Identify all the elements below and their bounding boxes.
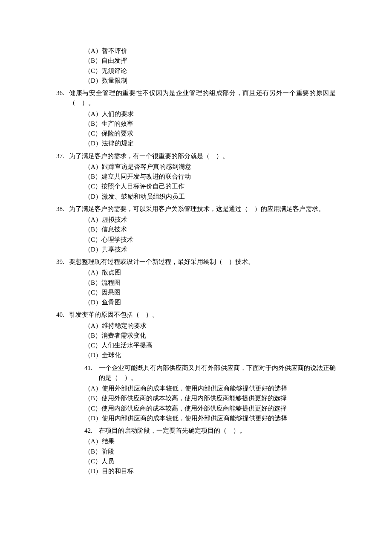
question-stem: 40. 引发变革的原因不包括（ ）。 [56,310,336,320]
question-number: 38. [56,204,69,214]
question-stem: 39. 要想整理现有过程或设计一个新过程，最好采用绘制（ ）技术。 [56,257,336,267]
question-38: 38. 为了满足客户的需要，可以采用客户关系管理技术，这是通过（ ）的应用满足客… [56,204,336,254]
question-number: 41. [84,363,97,383]
option: （A）暂不评价 [84,46,336,56]
question-42: 42. 在项目的启动阶段，一定要首先确定项目的（ ）。 （A）结果 （B）阶段 … [56,426,336,476]
options-list: （A）结果 （B）阶段 （C）人员 （D）目的和目标 [84,436,336,476]
question-stem: 38. 为了满足客户的需要，可以采用客户关系管理技术，这是通过（ ）的应用满足客… [56,204,336,214]
option: （D）数量限制 [84,76,336,86]
option: （D）鱼骨图 [84,298,336,307]
option: （D）全球化 [84,350,336,360]
option: （C）按照个人目标评价自己的工作 [84,182,336,191]
question-stem: 36. 健康与安全管理的重要性不仅因为是企业管理的组成部分，而且还有另外一个重要… [56,88,336,108]
option: （B）消费者需求变化 [84,331,336,341]
question-41: 41. 一个企业可能既具有内部供应商又具有外部供应商，下面对于内外供应商的说法正… [56,363,336,424]
option: （D）激发、鼓励和动员组织内员工 [84,192,336,202]
option: （A）人们的要求 [84,109,336,119]
option: （A）维持稳定的要求 [84,321,336,331]
question-number: 36. [56,88,69,108]
options-list: （A）散点图 （B）流程图 （C）因果图 （D）鱼骨图 [56,268,336,307]
option: （B）阶段 [84,447,336,457]
options-list: （A）虚拟技术 （B）信息技术 （C）心理学技术 （D）共享技术 [56,215,336,254]
question-39: 39. 要想整理现有过程或设计一个新过程，最好采用绘制（ ）技术。 （A）散点图… [56,257,336,307]
option: （D）目的和目标 [84,466,336,476]
question-40: 40. 引发变革的原因不包括（ ）。 （A）维持稳定的要求 （B）消费者需求变化… [56,310,336,360]
option: （C）因果图 [84,288,336,298]
question-number: 42. [84,426,97,436]
question-number: 40. [56,310,69,320]
question-text: 一个企业可能既具有内部供应商又具有外部供应商，下面对于内外供应商的说法正确的是（… [97,363,336,383]
question-number: 39. [56,257,69,267]
option: （B）流程图 [84,278,336,288]
question-text: 健康与安全管理的重要性不仅因为是企业管理的组成部分，而且还有另外一个重要的原因是… [69,88,336,108]
option: （A）跟踪查访是否客户真的感到满意 [84,162,336,172]
options-list: （A）使用外部供应商的成本较低，使用内部供应商能够提供更好的选择 （B）使用外部… [84,384,336,423]
exam-page: （A）暂不评价 （B）自由发挥 （C）无须评论 （D）数量限制 36. 健康与安… [0,0,392,504]
option: （A）使用外部供应商的成本较低，使用内部供应商能够提供更好的选择 [84,384,336,393]
option: （D）共享技术 [84,245,336,254]
options-list: （A）跟踪查访是否客户真的感到满意 （B）建立共同开发与改进的联合行动 （C）按… [56,162,336,202]
option: （C）人员 [84,457,336,466]
question-36: 36. 健康与安全管理的重要性不仅因为是企业管理的组成部分，而且还有另外一个重要… [56,88,336,149]
option: （B）建立共同开发与改进的联合行动 [84,172,336,182]
option: （B）信息技术 [84,225,336,234]
options-list: （A）维持稳定的要求 （B）消费者需求变化 （C）人们生活水平提高 （D）全球化 [56,321,336,361]
option: （D）使用内部供应商的成本较低，使用外部供应商能够提供更好的选择 [84,413,336,423]
option: （B）生产的效率 [84,119,336,129]
question-text: 为了满足客户的需求，有一个很重要的部分就是（ ）。 [69,151,336,161]
question-stem: 42. 在项目的启动阶段，一定要首先确定项目的（ ）。 [84,426,336,436]
question-37: 37. 为了满足客户的需求，有一个很重要的部分就是（ ）。 （A）跟踪查访是否客… [56,151,336,202]
orphan-options-block: （A）暂不评价 （B）自由发挥 （C）无须评论 （D）数量限制 [56,46,336,86]
question-text: 为了满足客户的需要，可以采用客户关系管理技术，这是通过（ ）的应用满足客户需求。 [69,204,336,214]
option: （A）结果 [84,436,336,446]
option: （C）人们生活水平提高 [84,341,336,350]
option: （B）使用外部供应商的成本较高，使用内部供应商能够提供更好的选择 [84,393,336,403]
option: （C）保险的要求 [84,129,336,139]
question-text: 要想整理现有过程或设计一个新过程，最好采用绘制（ ）技术。 [69,257,336,267]
option: （D）法律的规定 [84,139,336,148]
option: （C）使用内部供应商的成本较高，使用外部供应商能够提供更好的选择 [84,404,336,413]
question-text: 在项目的启动阶段，一定要首先确定项目的（ ）。 [97,426,336,436]
options-list: （A）人们的要求 （B）生产的效率 （C）保险的要求 （D）法律的规定 [56,109,336,149]
question-text: 引发变革的原因不包括（ ）。 [69,310,336,320]
option: （A）虚拟技术 [84,215,336,225]
question-number: 37. [56,151,69,161]
option: （C）无须评论 [84,66,336,76]
question-stem: 41. 一个企业可能既具有内部供应商又具有外部供应商，下面对于内外供应商的说法正… [84,363,336,383]
option: （B）自由发挥 [84,56,336,66]
question-stem: 37. 为了满足客户的需求，有一个很重要的部分就是（ ）。 [56,151,336,161]
option: （C）心理学技术 [84,235,336,245]
option: （A）散点图 [84,268,336,278]
